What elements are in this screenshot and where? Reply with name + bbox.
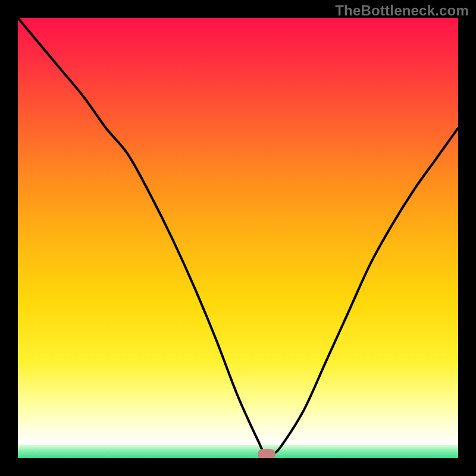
watermark-text: TheBottleneck.com — [335, 2, 469, 19]
green-bottom-band — [18, 445, 458, 458]
plot-area — [18, 18, 458, 458]
optimal-point-marker — [258, 449, 275, 458]
chart-frame: TheBottleneck.com — [0, 0, 476, 476]
background-gradient — [18, 18, 458, 458]
